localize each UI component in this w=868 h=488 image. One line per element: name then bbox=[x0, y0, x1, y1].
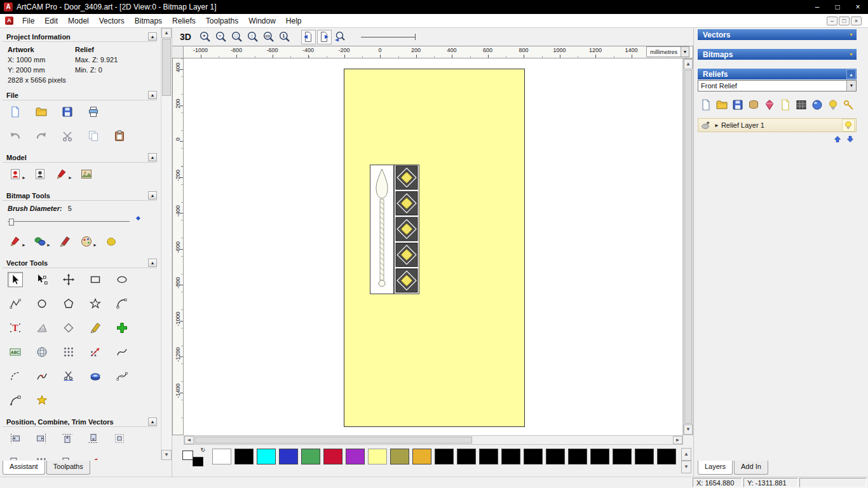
palette-scroll-down-icon[interactable]: ▼ bbox=[681, 461, 691, 473]
node-editing-icon[interactable] bbox=[34, 272, 50, 287]
scroll-up-icon[interactable]: ▲ bbox=[684, 59, 693, 69]
vertical-scrollbar[interactable]: ▲ ▼ bbox=[683, 58, 693, 435]
layer-visibility-bulb-icon[interactable] bbox=[842, 119, 855, 132]
transform-vectors-icon[interactable] bbox=[61, 272, 76, 287]
weld-vectors-icon[interactable] bbox=[60, 455, 75, 460]
zoom-out-icon[interactable]: − bbox=[214, 30, 229, 44]
mdi-minimize-button[interactable]: – bbox=[827, 17, 837, 25]
colour-swatch-8[interactable] bbox=[390, 449, 409, 464]
vector-doctor-icon[interactable] bbox=[114, 320, 130, 336]
cut-icon[interactable] bbox=[60, 128, 75, 144]
primary-secondary-colour-icon[interactable]: ↻ bbox=[182, 449, 205, 466]
zoom-box-icon[interactable]: □ bbox=[230, 30, 245, 44]
canvas-2d-view[interactable] bbox=[184, 58, 683, 435]
swap-colours-icon[interactable]: ↻ bbox=[200, 447, 205, 453]
close-button[interactable]: × bbox=[848, 0, 868, 14]
relief-select-dropdown-icon[interactable]: ▼ bbox=[846, 81, 856, 91]
colour-swatch-12[interactable] bbox=[479, 449, 498, 464]
secondary-colour-swatch[interactable] bbox=[193, 457, 203, 466]
document-icon[interactable]: A bbox=[5, 17, 13, 25]
fit-arcs-icon[interactable] bbox=[8, 369, 23, 384]
relief-layer-item[interactable]: ► Relief Layer 1 bbox=[698, 118, 857, 132]
menu-item-bitmaps[interactable]: Bitmaps bbox=[130, 15, 167, 27]
colour-swatch-4[interactable] bbox=[301, 449, 320, 464]
paint-selective-icon[interactable] bbox=[32, 234, 48, 249]
set-model-size-flyout-arrow[interactable]: ► bbox=[22, 175, 26, 182]
colour-blend-icon[interactable] bbox=[79, 234, 94, 249]
layer-thumbnail-icon[interactable] bbox=[700, 119, 712, 132]
collapse-section-icon[interactable]: ▲ bbox=[148, 32, 157, 41]
menu-item-help[interactable]: Help bbox=[281, 15, 307, 27]
create-text-icon[interactable]: T bbox=[8, 320, 23, 336]
text-block-icon[interactable]: ABC bbox=[8, 344, 23, 360]
tab-assistant[interactable]: Assistant bbox=[3, 461, 45, 475]
spin-vectors-icon[interactable] bbox=[88, 369, 103, 384]
vectors-panel-header[interactable]: Vectors ▼ bbox=[698, 29, 857, 40]
reliefs-panel-header[interactable]: Reliefs ▲ bbox=[698, 69, 857, 79]
greyscale-view-icon[interactable] bbox=[794, 98, 808, 112]
previous-bitmap-layer-icon[interactable] bbox=[301, 30, 316, 44]
model-edit-flyout-arrow[interactable]: ► bbox=[68, 175, 72, 182]
scatter-vectors-icon[interactable] bbox=[86, 455, 101, 460]
scrollbar-thumb[interactable] bbox=[684, 70, 692, 424]
colour-swatch-7[interactable] bbox=[368, 449, 387, 464]
scroll-left-icon[interactable]: ◄ bbox=[184, 436, 194, 444]
door-bitmap[interactable] bbox=[344, 69, 525, 427]
zoom-object-icon[interactable]: ○ bbox=[246, 30, 261, 44]
colour-swatch-3[interactable] bbox=[279, 449, 298, 464]
collapse-section-icon[interactable]: ▲ bbox=[148, 91, 157, 99]
tab-layers[interactable]: Layers bbox=[698, 461, 733, 475]
units-select[interactable]: millimetres ▼ bbox=[646, 46, 689, 57]
create-rectangle-icon[interactable] bbox=[88, 272, 103, 287]
wrap-vectors-icon[interactable] bbox=[34, 344, 50, 360]
scrollbar-track[interactable] bbox=[161, 97, 172, 450]
collapse-section-icon[interactable]: ▲ bbox=[148, 191, 157, 200]
primary-colour-swatch[interactable] bbox=[182, 451, 193, 460]
tab-add-in[interactable]: Add In bbox=[734, 461, 768, 475]
paste-icon[interactable] bbox=[112, 128, 127, 144]
colour-swatch-10[interactable] bbox=[435, 449, 454, 464]
slider-thumb[interactable] bbox=[9, 219, 14, 226]
align-centre-icon[interactable] bbox=[112, 431, 127, 446]
vectors-expand-icon[interactable]: ▼ bbox=[846, 30, 856, 39]
join-vectors-icon[interactable] bbox=[34, 369, 50, 384]
move-layer-up-icon[interactable] bbox=[832, 135, 843, 144]
colour-swatch-17[interactable] bbox=[590, 449, 609, 464]
open-model-icon[interactable] bbox=[34, 104, 49, 119]
zoom-previous-icon[interactable] bbox=[333, 30, 348, 44]
colour-swatch-6[interactable] bbox=[346, 449, 365, 464]
collapse-section-icon[interactable]: ▲ bbox=[148, 417, 157, 426]
colour-swatch-15[interactable] bbox=[546, 449, 565, 464]
menu-item-vectors[interactable]: Vectors bbox=[94, 15, 130, 27]
scrollbar-track[interactable] bbox=[194, 436, 673, 444]
draw-icon[interactable] bbox=[57, 234, 72, 249]
scroll-right-icon[interactable]: ► bbox=[673, 436, 682, 444]
brush-diameter-slider[interactable] bbox=[8, 216, 130, 226]
minimize-button[interactable]: – bbox=[807, 0, 827, 14]
reliefs-collapse-icon[interactable]: ▲ bbox=[846, 69, 856, 79]
horizontal-scrollbar[interactable]: ◄ ► bbox=[184, 435, 683, 445]
set-model-size-icon[interactable] bbox=[8, 166, 23, 182]
open-layer-icon[interactable] bbox=[715, 98, 729, 112]
new-model-icon[interactable] bbox=[8, 104, 23, 119]
create-ellipse-icon[interactable] bbox=[114, 272, 130, 287]
colour-swatch-1[interactable] bbox=[234, 449, 254, 464]
relief-light-icon[interactable] bbox=[826, 98, 840, 112]
create-polygon-icon[interactable] bbox=[61, 296, 76, 311]
distort-vectors-icon[interactable] bbox=[88, 320, 103, 336]
collapse-section-icon[interactable]: ▲ bbox=[148, 259, 157, 267]
zoom-fit-icon[interactable]: ▭ bbox=[262, 30, 276, 44]
menu-item-reliefs[interactable]: Reliefs bbox=[167, 15, 201, 27]
measure-icon[interactable] bbox=[34, 320, 50, 336]
trim-vectors-icon[interactable] bbox=[61, 369, 76, 384]
colour-swatch-11[interactable] bbox=[457, 449, 476, 464]
redo-icon[interactable] bbox=[34, 128, 49, 144]
save-model-icon[interactable] bbox=[60, 104, 75, 119]
menu-item-edit[interactable]: Edit bbox=[39, 15, 63, 27]
scroll-down-icon[interactable]: ▼ bbox=[161, 450, 172, 460]
assistant-scrollbar[interactable]: ▲ ▼ bbox=[161, 28, 172, 460]
align-left-icon[interactable] bbox=[8, 431, 23, 446]
create-polyline-icon[interactable] bbox=[8, 296, 23, 311]
3d-view-button[interactable]: 3D bbox=[179, 32, 196, 42]
transfer-relief-icon[interactable] bbox=[842, 98, 856, 112]
